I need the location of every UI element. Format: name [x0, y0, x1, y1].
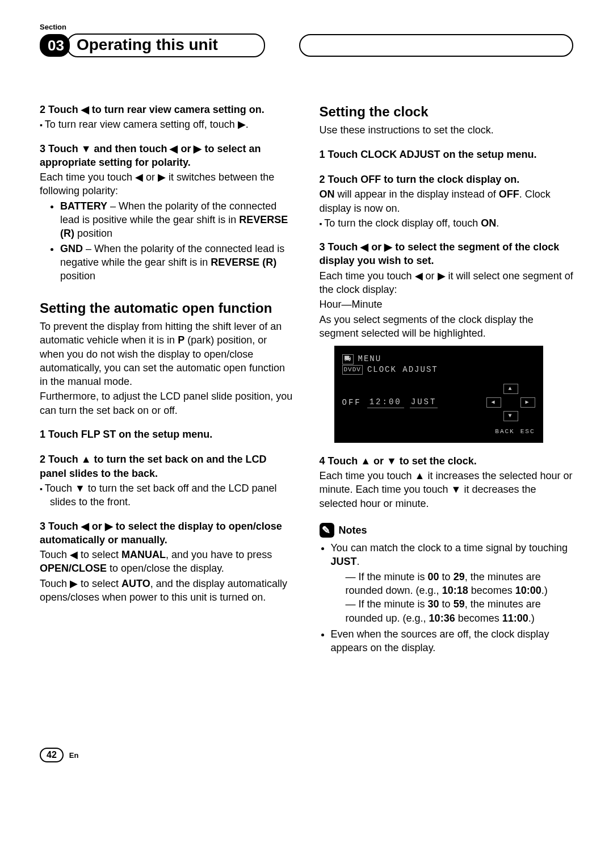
scr-just: JUST: [410, 397, 438, 408]
clock-step-3-p2: Hour—Minute: [320, 297, 574, 311]
scr-menu: MENU: [358, 354, 382, 364]
chapter-header: 03 Operating this unit: [40, 33, 573, 57]
scr-down-icon: ▼: [503, 411, 518, 421]
polarity-list: BATTERY – When the polarity of the conne…: [60, 199, 294, 283]
auto-step-1: 1 Touch FLP ST on the setup menu.: [40, 427, 294, 441]
note-2: Even when the sources are off, the clock…: [331, 627, 574, 655]
page-footer: 42 En: [40, 748, 573, 762]
step-3-heading: 3 Touch ▼ and then touch ◀ or ▶ to selec…: [40, 142, 294, 170]
polarity-gnd: GND – When the polarity of the connected…: [60, 242, 294, 283]
clock-step-3: 3 Touch ◀ or ▶ to select the segment of …: [320, 240, 574, 268]
chapter-title: Operating this unit: [66, 33, 265, 57]
polarity-battery: BATTERY – When the polarity of the conne…: [60, 199, 294, 241]
scr-arrow-pad: ▲ ◀▶ ▼: [486, 383, 535, 422]
scr-time: 12:00: [367, 397, 404, 408]
left-column: 2 Touch ◀ to turn rear view camera setti…: [40, 103, 294, 657]
note-1-dash-1: If the minute is 00 to 29, the minutes a…: [346, 570, 574, 598]
clock-step-1: 1 Touch CLOCK ADJUST on the setup menu.: [320, 148, 574, 161]
car-icon: ⛟: [342, 354, 354, 364]
scr-right-icon: ▶: [520, 397, 535, 408]
notes-list: You can match the clock to a time signal…: [331, 541, 574, 655]
scr-clock-adjust: CLOCK ADJUST: [367, 364, 438, 375]
scr-dvdv: DVDV: [342, 365, 363, 375]
scr-off: OFF: [342, 397, 362, 408]
page-number: 42: [40, 748, 64, 762]
auto-step-2-bullet: Touch ▼ to turn the set back off and the…: [40, 481, 294, 509]
notes-label: Notes: [339, 523, 367, 537]
auto-open-heading: Setting the automatic open function: [40, 299, 294, 317]
scr-back: BACK: [495, 427, 514, 436]
scr-left-icon: ◀: [486, 397, 501, 408]
empty-lozenge: [299, 34, 573, 57]
section-number-badge: 03: [40, 34, 70, 57]
scr-up-icon: ▲: [503, 384, 518, 394]
note-1: You can match the clock to a time signal…: [331, 541, 574, 625]
notes-heading: Notes: [320, 523, 574, 538]
clock-step-3-p3: As you select segments of the clock disp…: [320, 313, 574, 341]
step-3-para: Each time you touch ◀ or ▶ it switches b…: [40, 170, 294, 198]
auto-step-3: 3 Touch ◀ or ▶ to select the display to …: [40, 519, 294, 547]
step-2-bullet: To turn rear view camera setting off, to…: [40, 118, 294, 131]
auto-step-3-p1: Touch ◀ to select MANUAL, and you have t…: [40, 548, 294, 576]
clock-step-2: 2 Touch OFF to turn the clock display on…: [320, 173, 574, 186]
clock-step-2-bullet: To turn the clock display off, touch ON.: [320, 216, 574, 230]
step-2-heading: 2 Touch ◀ to turn rear view camera setti…: [40, 103, 294, 116]
right-column: Setting the clock Use these instructions…: [320, 103, 574, 657]
clock-step-4-para: Each time you touch ▲ it increases the s…: [320, 469, 574, 510]
clock-adjust-screenshot: ⛟ MENU DVDV CLOCK ADJUST OFF 12:00 JUST …: [334, 346, 543, 443]
auto-open-para2: Furthermore, to adjust the LCD panel sli…: [40, 389, 294, 417]
auto-open-para1: To prevent the display from hitting the …: [40, 320, 294, 388]
auto-step-2: 2 Touch ▲ to turn the set back on and th…: [40, 452, 294, 480]
clock-heading: Setting the clock: [320, 103, 574, 121]
section-label: Section: [40, 23, 573, 31]
clock-step-3-p1: Each time you touch ◀ or ▶ it will selec…: [320, 269, 574, 297]
auto-step-3-p2: Touch ▶ to select AUTO, and the display …: [40, 577, 294, 605]
clock-step-2-para: ON will appear in the display instead of…: [320, 187, 574, 215]
scr-esc: ESC: [520, 427, 535, 436]
page-language: En: [69, 751, 79, 760]
clock-intro: Use these instructions to set the clock.: [320, 123, 574, 137]
note-1-dash-2: If the minute is 30 to 59, the minutes a…: [346, 597, 574, 625]
notes-icon: [320, 523, 334, 538]
clock-step-4: 4 Touch ▲ or ▼ to set the clock.: [320, 454, 574, 468]
